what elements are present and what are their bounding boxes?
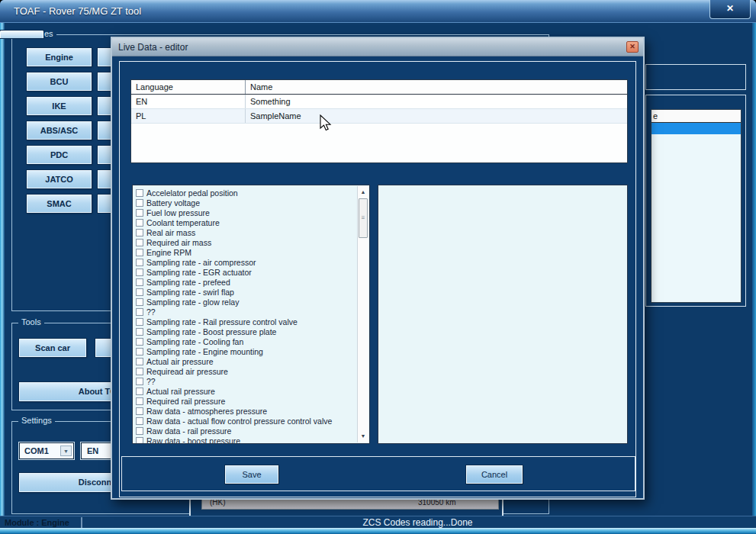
checkbox-icon[interactable] bbox=[136, 378, 143, 385]
live-data-item-label: Actual air pressure bbox=[146, 357, 214, 366]
checkbox-icon[interactable] bbox=[136, 199, 143, 207]
checkbox-icon[interactable] bbox=[136, 229, 143, 236]
table-row[interactable]: ENSomething bbox=[131, 95, 627, 109]
window-bottom-border bbox=[0, 528, 756, 534]
com-port-select[interactable]: COM1 ▼ bbox=[19, 442, 74, 459]
tools-groupbox-label: Tools bbox=[18, 317, 44, 327]
dialog-titlebar[interactable]: Live Data - editor ✕ bbox=[112, 38, 643, 56]
checkbox-icon[interactable] bbox=[136, 397, 143, 405]
checkbox-icon[interactable] bbox=[136, 219, 143, 227]
live-data-item[interactable]: Accelelator pedal position bbox=[133, 188, 356, 198]
live-data-editor-dialog: Live Data - editor ✕ Language Name ENSom… bbox=[111, 37, 645, 500]
status-module-label: Module : Engine bbox=[2, 517, 82, 529]
checkbox-icon[interactable] bbox=[136, 368, 143, 375]
checkbox-icon[interactable] bbox=[136, 427, 143, 435]
vertical-scrollbar[interactable]: ▲ ≡ ▼ bbox=[357, 186, 368, 442]
checkbox-icon[interactable] bbox=[136, 249, 143, 256]
window-left-border bbox=[0, 23, 5, 529]
live-data-item-label: Sampling rate - Engine mounting bbox=[146, 347, 263, 356]
checkbox-icon[interactable] bbox=[136, 288, 143, 296]
live-data-item[interactable]: Real air mass bbox=[133, 227, 356, 237]
window-close-button[interactable]: ✕ bbox=[709, 0, 751, 19]
checkbox-icon[interactable] bbox=[136, 209, 143, 217]
right-panel-selected-row[interactable] bbox=[651, 123, 741, 134]
live-data-item-label: Raw data - boost pressure bbox=[146, 436, 240, 445]
live-data-item[interactable]: Required air mass bbox=[133, 237, 356, 247]
live-data-item-label: Raw data - atmospheres pressure bbox=[146, 407, 267, 416]
checkbox-icon[interactable] bbox=[136, 308, 143, 316]
toolbar-button-fragment[interactable] bbox=[0, 31, 43, 38]
live-data-item-label: Fuel low pressure bbox=[146, 208, 210, 217]
live-data-item[interactable]: Raw data - rail pressure bbox=[133, 426, 356, 436]
live-data-item[interactable]: Required rail pressure bbox=[133, 396, 356, 406]
checkbox-icon[interactable] bbox=[136, 437, 143, 445]
live-data-item-label: ?? bbox=[146, 377, 156, 386]
live-data-item[interactable]: Requiread air pressure bbox=[133, 366, 356, 376]
live-data-item[interactable]: Sampling rate - Cooling fan bbox=[133, 336, 356, 346]
table-header-language: Language bbox=[131, 80, 246, 94]
window-titlebar[interactable]: TOAF - Rover 75/MG ZT tool bbox=[0, 0, 756, 23]
checkbox-icon[interactable] bbox=[136, 348, 143, 355]
live-data-item[interactable]: Sampling rate - Boost pressure plate bbox=[133, 327, 356, 336]
checkbox-icon[interactable] bbox=[136, 358, 143, 365]
checkbox-icon[interactable] bbox=[136, 189, 143, 197]
window-title: TOAF - Rover 75/MG ZT tool bbox=[14, 0, 141, 23]
live-data-item[interactable]: Sampling rate - prefeed bbox=[133, 277, 356, 287]
live-data-item[interactable]: Actual air pressure bbox=[133, 356, 356, 366]
checkbox-icon[interactable] bbox=[136, 259, 143, 266]
scroll-up-icon[interactable]: ▲ bbox=[358, 188, 368, 197]
right-panel-list[interactable]: e bbox=[651, 109, 742, 303]
name-editor-table[interactable]: Language Name ENSomethingPLSampleName bbox=[130, 79, 628, 163]
live-data-item-label: ?? bbox=[146, 307, 156, 317]
live-data-item-label: Battery voltage bbox=[146, 198, 200, 207]
checkbox-icon[interactable] bbox=[136, 318, 143, 326]
live-data-item[interactable]: Raw data - atmospheres pressure bbox=[133, 406, 356, 416]
chevron-down-icon[interactable]: ▼ bbox=[60, 446, 72, 456]
live-data-checkbox-panel[interactable]: Accelelator pedal positionBattery voltag… bbox=[132, 185, 370, 444]
live-data-item[interactable]: ?? bbox=[133, 307, 356, 317]
live-data-item[interactable]: Battery voltage bbox=[133, 198, 356, 207]
live-data-item[interactable]: Sampling rate - Rail pressure control va… bbox=[133, 317, 356, 327]
live-data-item[interactable]: Coolant temperature bbox=[133, 217, 356, 227]
live-data-item-label: Required air mass bbox=[146, 238, 211, 247]
checkbox-icon[interactable] bbox=[136, 239, 143, 246]
mouse-cursor bbox=[319, 114, 334, 133]
live-data-item[interactable]: Sampling rate - glow relay bbox=[133, 297, 356, 307]
checkbox-icon[interactable] bbox=[136, 388, 143, 395]
live-data-item-label: Sampling rate - swirl flap bbox=[146, 288, 234, 297]
checkbox-icon[interactable] bbox=[136, 328, 143, 336]
save-button[interactable]: Save bbox=[225, 465, 278, 484]
live-data-item-label: Coolant temperature bbox=[146, 218, 220, 227]
table-row[interactable]: PLSampleName bbox=[131, 109, 627, 124]
scan-car-button[interactable]: Scan car bbox=[19, 339, 86, 357]
live-data-item[interactable]: Fuel low pressure bbox=[133, 207, 356, 217]
live-data-item[interactable]: Engine RPM bbox=[133, 247, 356, 257]
live-data-item-label: Actual rail pressure bbox=[146, 387, 215, 396]
live-data-item-label: Sampling rate - Cooling fan bbox=[146, 337, 243, 346]
live-data-item-label: Real air mass bbox=[146, 228, 195, 237]
live-data-item[interactable]: Actual rail pressure bbox=[133, 386, 356, 396]
checkbox-icon[interactable] bbox=[136, 417, 143, 425]
scroll-down-icon[interactable]: ▼ bbox=[358, 432, 368, 441]
live-data-item-label: Requiread air pressure bbox=[146, 367, 228, 376]
live-data-item[interactable]: Sampling rate - air compressor bbox=[133, 257, 356, 267]
right-panel-header-band bbox=[645, 64, 746, 90]
checkbox-icon[interactable] bbox=[136, 338, 143, 346]
live-data-item[interactable]: Raw data - actual flow control pressure … bbox=[133, 416, 356, 426]
selected-items-panel[interactable] bbox=[378, 185, 628, 444]
live-data-item[interactable]: ?? bbox=[133, 376, 356, 386]
dialog-close-icon[interactable]: ✕ bbox=[626, 41, 639, 53]
live-data-item-label: Sampling rate - air compressor bbox=[146, 258, 256, 267]
checkbox-icon[interactable] bbox=[136, 278, 143, 286]
checkbox-icon[interactable] bbox=[136, 407, 143, 415]
live-data-item[interactable]: Sampling rate - EGR actuator bbox=[133, 267, 356, 277]
live-data-item[interactable]: Raw data - boost pressure bbox=[133, 436, 356, 444]
live-data-item[interactable]: Sampling rate - Engine mounting bbox=[133, 346, 356, 356]
scrollbar-thumb[interactable]: ≡ bbox=[359, 198, 368, 238]
cancel-button[interactable]: Cancel bbox=[466, 465, 523, 484]
com-port-value: COM1 bbox=[24, 443, 49, 458]
dialog-title: Live Data - editor bbox=[118, 38, 188, 56]
live-data-item[interactable]: Sampling rate - swirl flap bbox=[133, 287, 356, 297]
checkbox-icon[interactable] bbox=[136, 298, 143, 306]
checkbox-icon[interactable] bbox=[136, 269, 143, 276]
